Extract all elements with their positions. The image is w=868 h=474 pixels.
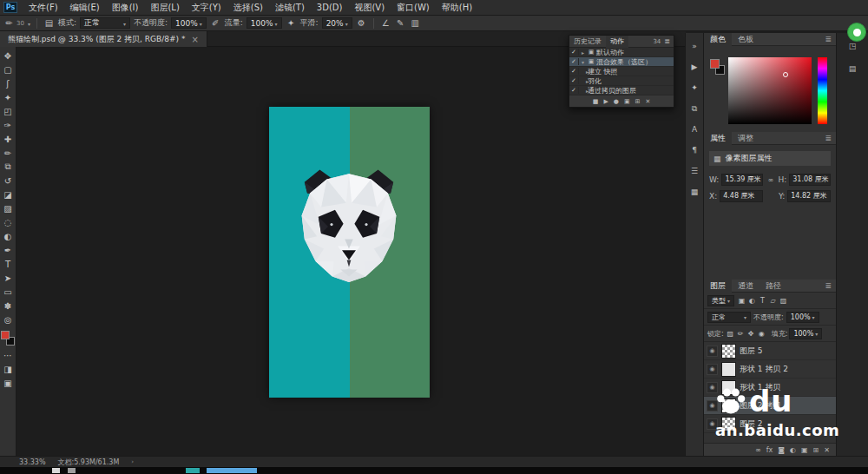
panel-tab[interactable]: 历史记录 bbox=[569, 36, 606, 48]
panel-menu-icon[interactable]: ≣ bbox=[661, 37, 674, 45]
character-panel-icon[interactable]: A bbox=[687, 123, 702, 135]
brush-settings-icon[interactable]: ✦ bbox=[687, 82, 702, 94]
new-set-icon[interactable]: ▣ bbox=[624, 98, 630, 105]
layer-mask-icon[interactable]: ◙ bbox=[778, 446, 785, 454]
filter-adjustment-icon[interactable]: ◐ bbox=[747, 297, 757, 305]
type-tool-icon[interactable]: T bbox=[0, 257, 16, 271]
expander-icon[interactable]: ▸ bbox=[579, 78, 587, 84]
clone-stamp-tool-icon[interactable]: ⧉ bbox=[0, 160, 16, 174]
toggle-check-icon[interactable]: ✓ bbox=[569, 49, 579, 56]
menu-item[interactable]: 图像(I) bbox=[106, 0, 145, 15]
taskbar-item[interactable] bbox=[52, 468, 60, 473]
toggle-brush-panel-icon[interactable]: ▤ bbox=[43, 18, 55, 28]
lock-transparency-icon[interactable]: ▨ bbox=[726, 330, 735, 338]
tool-preset-picker[interactable]: ✏ 30 bbox=[3, 18, 30, 28]
record-icon[interactable]: ● bbox=[614, 98, 619, 105]
menu-item[interactable]: 选择(S) bbox=[227, 0, 269, 15]
color-picker-dot[interactable] bbox=[783, 72, 788, 77]
crop-tool-icon[interactable]: ◰ bbox=[0, 104, 16, 118]
toggle-check-icon[interactable]: ✓ bbox=[569, 77, 579, 84]
panel-tab[interactable]: 色板 bbox=[732, 33, 760, 46]
comments-panel-icon[interactable]: ▤ bbox=[845, 63, 860, 75]
opacity-select[interactable]: 100% bbox=[171, 17, 207, 29]
brush-tool-icon[interactable]: ✏ bbox=[0, 146, 16, 160]
healing-brush-tool-icon[interactable]: ✚ bbox=[0, 132, 16, 146]
toggle-check-icon[interactable]: ✓ bbox=[569, 68, 579, 75]
height-field[interactable]: 31.08 厘米 bbox=[789, 174, 831, 186]
hue-slider[interactable] bbox=[818, 57, 827, 124]
new-action-icon[interactable]: ⊞ bbox=[635, 98, 641, 105]
panel-tab[interactable]: 调整 bbox=[732, 132, 760, 145]
pen-tool-icon[interactable]: ✒ bbox=[0, 243, 16, 257]
gradient-tool-icon[interactable]: ▨ bbox=[0, 201, 16, 215]
action-row[interactable]: ✓▾▣混合效果（选区） bbox=[569, 57, 674, 67]
menu-item[interactable]: 编辑(E) bbox=[64, 0, 106, 15]
panel-tab[interactable]: 图层 bbox=[704, 280, 732, 293]
marquee-tool-icon[interactable]: ▢ bbox=[0, 63, 16, 76]
learn-panel-icon[interactable]: ◳ bbox=[845, 40, 860, 52]
delete-action-icon[interactable]: ✕ bbox=[645, 98, 650, 105]
pressure-size-icon[interactable]: ✎ bbox=[395, 18, 406, 28]
panel-menu-icon[interactable]: ≣ bbox=[820, 281, 836, 290]
menu-item[interactable]: 图层(L) bbox=[144, 0, 185, 15]
expander-icon[interactable]: ▸ bbox=[579, 69, 587, 75]
eyedropper-tool-icon[interactable]: ✑ bbox=[0, 118, 16, 132]
status-chevron-icon[interactable]: › bbox=[131, 458, 134, 465]
menu-item[interactable]: 文字(Y) bbox=[186, 0, 227, 15]
filter-shape-icon[interactable]: ▱ bbox=[768, 297, 778, 305]
panel-tab[interactable]: 属性 bbox=[704, 132, 732, 145]
brush-angle-icon[interactable]: ∠ bbox=[380, 18, 391, 28]
x-field[interactable]: 4.48 厘米 bbox=[720, 190, 763, 202]
fill-select[interactable]: 100% bbox=[789, 328, 822, 339]
smoothing-options-gear-icon[interactable]: ⚙ bbox=[356, 18, 367, 28]
foreground-color-swatch[interactable] bbox=[710, 59, 720, 69]
layer-style-icon[interactable]: fx bbox=[766, 446, 773, 454]
menu-item[interactable]: 滤镜(T) bbox=[269, 0, 311, 15]
panel-tab[interactable]: 动作 bbox=[606, 36, 628, 48]
action-row[interactable]: ✓▸羽化 bbox=[569, 76, 674, 86]
airbrush-icon[interactable]: ✦ bbox=[286, 18, 297, 28]
menu-item[interactable]: 3D(D) bbox=[311, 0, 349, 15]
blur-tool-icon[interactable]: ◌ bbox=[0, 215, 16, 229]
adjustment-layer-icon[interactable]: ◐ bbox=[790, 446, 796, 454]
lock-all-icon[interactable]: ◉ bbox=[757, 330, 766, 338]
menu-item[interactable]: 文件(F) bbox=[23, 0, 64, 15]
collapse-panels-icon[interactable]: » bbox=[687, 40, 702, 52]
action-row[interactable]: ✓▸建立 快照 bbox=[569, 67, 674, 76]
panel-menu-icon[interactable]: ≣ bbox=[820, 35, 836, 43]
green-overlay-badge[interactable] bbox=[847, 23, 866, 42]
link-dimensions-icon[interactable]: ∞ bbox=[766, 176, 775, 184]
quick-selection-tool-icon[interactable]: ✦ bbox=[0, 90, 16, 104]
expander-icon[interactable]: ▾ bbox=[579, 59, 587, 65]
new-group-icon[interactable]: ▣ bbox=[801, 446, 808, 454]
screen-mode-icon[interactable]: ▣ bbox=[0, 376, 16, 390]
close-tab-icon[interactable]: × bbox=[191, 35, 198, 44]
filter-pixel-icon[interactable]: ▣ bbox=[737, 297, 746, 305]
move-tool-icon[interactable]: ✥ bbox=[0, 49, 16, 63]
dodge-tool-icon[interactable]: ◐ bbox=[0, 229, 16, 243]
layer-blend-mode-select[interactable]: 正常 bbox=[707, 312, 751, 323]
panel-menu-icon[interactable]: ≣ bbox=[820, 134, 836, 142]
action-row[interactable]: ✓▸通过拷贝的图层 bbox=[569, 86, 674, 95]
shape-tool-icon[interactable]: ▭ bbox=[0, 285, 16, 299]
filter-smart-object-icon[interactable]: ▨ bbox=[779, 297, 788, 305]
play-icon[interactable]: ▶ bbox=[603, 98, 608, 105]
lasso-tool-icon[interactable]: ʃ bbox=[0, 76, 16, 90]
panel-tab[interactable]: 路径 bbox=[760, 280, 787, 293]
hand-tool-icon[interactable]: ✽ bbox=[0, 299, 16, 313]
smoothing-select[interactable]: 20% bbox=[322, 17, 352, 29]
foreground-color-swatch[interactable] bbox=[1, 331, 10, 339]
new-layer-icon[interactable]: ⊞ bbox=[813, 446, 819, 454]
quick-mask-icon[interactable]: ◨ bbox=[0, 362, 16, 376]
libraries-panel-icon[interactable]: ▦ bbox=[687, 186, 702, 198]
actions-panel-icon[interactable]: ▶ bbox=[687, 61, 702, 73]
filter-type-icon[interactable]: T bbox=[758, 297, 767, 305]
history-brush-tool-icon[interactable]: ↺ bbox=[0, 174, 16, 188]
menu-item[interactable]: 视图(V) bbox=[348, 0, 391, 15]
zoom-level-field[interactable]: 33.33% bbox=[19, 458, 46, 466]
pressure-opacity-icon[interactable]: ✐ bbox=[210, 18, 221, 28]
link-layers-icon[interactable]: ∞ bbox=[755, 446, 761, 454]
layer-visibility-toggle[interactable]: ◉ bbox=[707, 364, 718, 375]
eraser-tool-icon[interactable]: ◪ bbox=[0, 188, 16, 201]
document-tab[interactable]: 熊猫绘制.psd @ 33.3% (图层 2 拷贝, RGB/8#) * × bbox=[0, 31, 207, 47]
